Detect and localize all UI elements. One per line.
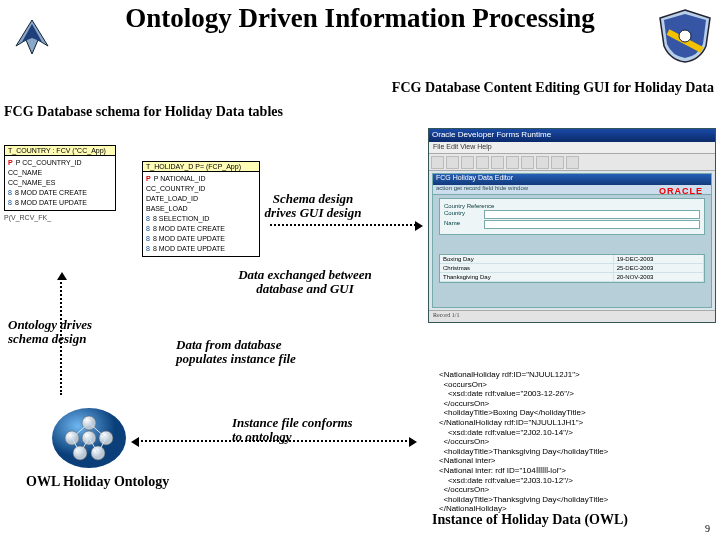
svg-point-0 [679,30,691,42]
relation-label: P(V_RCV_FK_ [4,214,51,221]
owl-ontology-icon [50,405,128,470]
schema-diagram: T_COUNTRY : FCV ("CC_App) PP CC_COUNTRY_… [4,145,259,265]
gui-input-name[interactable] [484,220,700,229]
table2-body: PP NATIONAL_ID CC_COUNTRY_ID DATE_LOAD_I… [143,172,259,256]
gui-titlebar: Oracle Developer Forms Runtime [429,129,715,142]
gui-menubar: File Edit View Help [429,142,715,154]
table1-body: PP CC_COUNTRY_ID CC_NAME CC_NAME_ES 88 M… [5,156,115,210]
annotation-db-instance: Data from database populates instance fi… [176,338,336,367]
label-instance: Instance of Holiday Data (OWL) [432,512,628,528]
label-schema: FCG Database schema for Holiday Data tab… [4,104,283,120]
gui-statusbar: Record 1/1 [429,310,715,322]
arrow-instance-to-ont-left [134,440,414,442]
page-title: Ontology Driven Information Processing [0,0,720,34]
arrow-ont-to-schema [60,275,62,395]
table1-head: T_COUNTRY : FCV ("CC_App) [5,146,115,156]
database-gui: Oracle Developer Forms Runtime File Edit… [428,128,716,323]
oracle-brand: ORACLE [659,186,703,196]
arrow-schema-to-gui [270,224,420,226]
annotation-db-gui: Data exchanged between database and GUI [220,268,390,297]
label-gui: FCG Database Content Editing GUI for Hol… [392,80,714,96]
annotation-ont-schema: Ontology drives schema design [8,318,118,347]
gui-form: Country Reference Country Name [439,198,705,235]
gui-sub-title: FCG Holiday Data Editor [433,174,711,185]
label-owl: OWL Holiday Ontology [26,474,169,490]
slide-number: 9 [705,523,710,534]
gui-input-country[interactable] [484,210,700,219]
annotation-schema-gui: Schema design drives GUI design [248,192,378,221]
airforce-logo-icon [2,16,62,60]
gui-toolbar [429,154,715,171]
table2-head: T_HOLIDAY_D P= (FCP_App) [143,162,259,172]
owl-xml-instance: <NationalHoliday rdf:ID="NJUUL12J1"> <oc… [439,370,714,514]
shield-logo-icon [652,6,718,64]
slide: Ontology Driven Information Processing F… [0,0,720,540]
gui-data-table: Boxing Day19-DEC-2003 Christmas25-DEC-20… [439,254,705,283]
